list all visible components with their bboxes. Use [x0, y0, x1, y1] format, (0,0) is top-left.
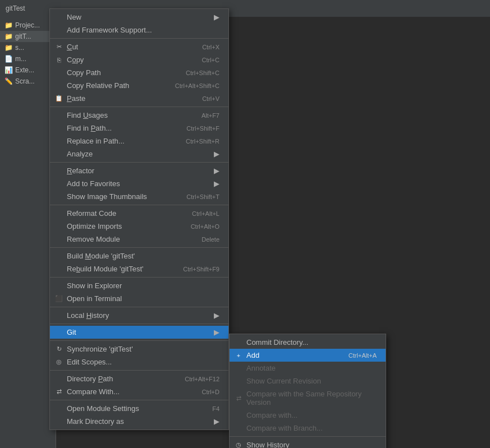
menu-item-mark-directory-as[interactable]: Mark Directory as ▶ [50, 415, 228, 428]
separator-1 [50, 38, 228, 39]
menu-item-optimize-imports[interactable]: Optimize Imports Ctrl+Alt+O [50, 220, 228, 233]
submenu-item-compare-with: Compare with... [230, 409, 386, 422]
submenu-arrow-icon: ▶ [214, 417, 219, 426]
submenu-arrow-icon: ▶ [214, 328, 219, 336]
menu-item-copy-path[interactable]: Copy Path Ctrl+Shift+C [50, 66, 228, 79]
menu-item-show-in-explorer[interactable]: Show in Explorer [50, 279, 228, 292]
menu-item-new[interactable]: New ▶ [50, 11, 228, 24]
sidebar-item-git[interactable]: 📁 gitT... [0, 31, 56, 42]
submenu-item-add[interactable]: + Add Ctrl+Alt+A [230, 349, 386, 362]
separator-4 [50, 205, 228, 205]
separator-8 [50, 324, 228, 324]
separator-7 [50, 307, 228, 307]
history-icon: ◷ [234, 441, 243, 449]
sidebar-item-external[interactable]: 📊 Exte... [0, 64, 56, 76]
submenu-separator-1 [230, 436, 386, 437]
menu-item-edit-scopes[interactable]: ◎ Edit Scopes... [50, 355, 228, 368]
menu-item-remove-module[interactable]: Remove Module Delete [50, 233, 228, 246]
menu-item-find-in-path[interactable]: Find in Path... Ctrl+Shift+F [50, 122, 228, 135]
sync-icon: ↻ [54, 345, 63, 354]
add-icon: + [234, 351, 243, 360]
file-icon: 📄 [4, 55, 13, 63]
submenu-item-compare-same-repo: ⇄ Compare with the Same Repository Versi… [230, 387, 386, 409]
menu-item-copy-relative-path[interactable]: Copy Relative Path Ctrl+Alt+Shift+C [50, 79, 228, 92]
menu-item-synchronize[interactable]: ↻ Synchronize 'gitTest' [50, 343, 228, 355]
menu-item-copy[interactable]: ⎘ Copy Ctrl+C [50, 53, 228, 66]
menu-item-add-to-favorites[interactable]: Add to Favorites ▶ [50, 177, 228, 190]
separator-9 [50, 340, 228, 341]
copy-icon: ⎘ [54, 56, 63, 64]
separator-6 [50, 277, 228, 278]
menu-item-directory-path[interactable]: Directory Path Ctrl+Alt+F12 [50, 372, 228, 385]
sidebar-item-main[interactable]: 📄 m... [0, 53, 56, 64]
menu-item-rebuild-module[interactable]: Rebuild Module 'gitTest' Ctrl+Shift+F9 [50, 262, 228, 275]
menu-item-show-image-thumbnails[interactable]: Show Image Thumbnails Ctrl+Shift+T [50, 190, 228, 203]
separator-11 [50, 400, 228, 400]
menu-item-refactor[interactable]: Refactor ▶ [50, 164, 228, 177]
project-sidebar: 📁 Projec... 📁 gitT... 📁 s... 📄 m... 📊 Ex… [0, 17, 56, 448]
menu-item-reformat-code[interactable]: Reformat Code Ctrl+Alt+L [50, 207, 228, 220]
menu-item-local-history[interactable]: Local History ▶ [50, 309, 228, 322]
menu-item-add-framework[interactable]: Add Framework Support... [50, 24, 228, 36]
submenu-arrow-icon: ▶ [214, 150, 219, 158]
menu-item-git[interactable]: Git ▶ [50, 326, 228, 339]
submenu-item-show-history[interactable]: ◷ Show History [230, 438, 386, 448]
context-menu: New ▶ Add Framework Support... ✂ Cut Ctr… [49, 8, 229, 430]
scope-icon: ◎ [54, 358, 63, 367]
compare-icon: ⇄ [54, 387, 63, 396]
submenu-item-commit-directory[interactable]: Commit Directory... [230, 336, 386, 349]
submenu-arrow-icon: ▶ [214, 13, 219, 21]
separator-2 [50, 107, 228, 107]
terminal-icon: ⬛ [54, 294, 63, 303]
menu-item-open-in-terminal[interactable]: ⬛ Open in Terminal [50, 292, 228, 305]
library-icon: 📊 [4, 66, 13, 74]
submenu-item-annotate: Annotate [230, 362, 386, 375]
separator-10 [50, 370, 228, 371]
submenu-arrow-icon: ▶ [214, 311, 219, 320]
menu-item-paste[interactable]: 📋 Paste Ctrl+V [50, 92, 228, 105]
folder-icon: 📁 [4, 44, 13, 52]
sidebar-item-scratches[interactable]: ✏️ Scra... [0, 76, 56, 87]
submenu-item-compare-with-branch: Compare with Branch... [230, 422, 386, 435]
menu-item-open-module-settings[interactable]: Open Module Settings F4 [50, 402, 228, 415]
submenu-item-show-current-revision: Show Current Revision [230, 375, 386, 387]
menu-item-compare-with[interactable]: ⇄ Compare With... Ctrl+D [50, 385, 228, 398]
menu-item-find-usages[interactable]: Find Usages Alt+F7 [50, 109, 228, 122]
sidebar-item-src[interactable]: 📁 s... [0, 42, 56, 53]
compare-same-icon: ⇄ [234, 394, 243, 403]
git-submenu: Commit Directory... + Add Ctrl+Alt+A Ann… [229, 334, 386, 448]
submenu-arrow-icon: ▶ [214, 167, 219, 175]
menu-item-cut[interactable]: ✂ Cut Ctrl+X [50, 40, 228, 53]
submenu-arrow-icon: ▶ [214, 179, 219, 188]
scratches-icon: ✏️ [4, 77, 13, 85]
cut-icon: ✂ [54, 43, 63, 52]
menu-item-build-module[interactable]: Build Module 'gitTest' [50, 250, 228, 262]
menu-item-analyze[interactable]: Analyze ▶ [50, 147, 228, 160]
menu-item-replace-in-path[interactable]: Replace in Path... Ctrl+Shift+R [50, 135, 228, 147]
separator-3 [50, 162, 228, 163]
folder-icon: 📁 [4, 21, 13, 29]
paste-icon: 📋 [54, 94, 63, 103]
title-text: gitTest [6, 4, 25, 12]
separator-5 [50, 247, 228, 248]
sidebar-item-project[interactable]: 📁 Projec... [0, 20, 56, 31]
folder-icon: 📁 [4, 33, 13, 40]
